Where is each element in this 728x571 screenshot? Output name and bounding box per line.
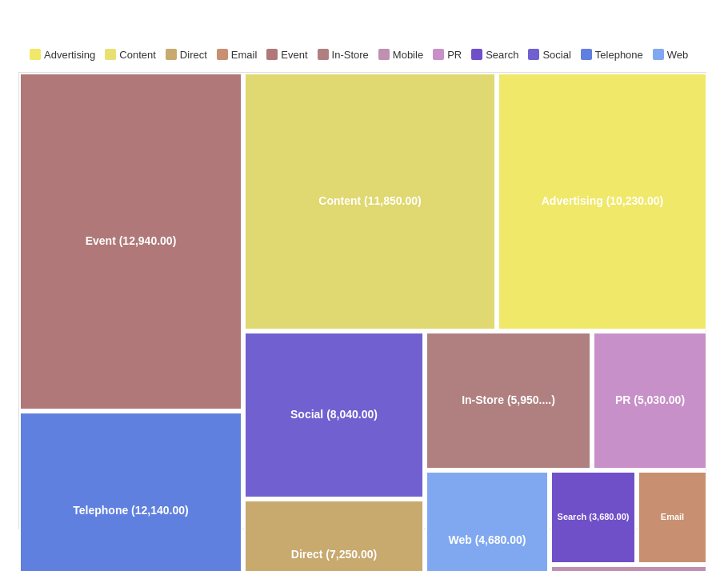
- treemap-tile: Direct (7,250.00): [244, 500, 424, 572]
- treemap-tile: Content (11,850.00): [244, 73, 496, 330]
- legend-item: PR: [433, 49, 462, 61]
- legend-item-label: Direct: [180, 49, 207, 61]
- treemap-tile: Telephone (12,140.00): [19, 412, 242, 572]
- legend-swatch: [217, 49, 228, 60]
- legend-item: Search: [471, 49, 518, 61]
- legend-swatch: [581, 49, 592, 60]
- legend-swatch: [30, 49, 41, 60]
- legend-item: Email: [217, 49, 258, 61]
- legend-item: Mobile: [378, 49, 423, 61]
- legend-item-label: PR: [447, 49, 462, 61]
- treemap-tile: Event (12,940.00): [19, 73, 242, 410]
- legend-item: Advertising: [30, 49, 95, 61]
- legend-swatch: [471, 49, 482, 60]
- treemap-tile: Advertising (10,230.00): [498, 73, 707, 330]
- legend-item-label: Content: [119, 49, 156, 61]
- legend: AdvertisingContentDirectEmailEventIn-Sto…: [18, 49, 710, 61]
- treemap-tile: Social (8,040.00): [244, 332, 424, 498]
- legend-swatch: [105, 49, 116, 60]
- legend-item-label: Mobile: [393, 49, 423, 61]
- legend-swatch: [378, 49, 390, 60]
- treemap-tile: Web (4,680.00): [426, 471, 549, 572]
- legend-item: Direct: [166, 49, 207, 61]
- legend-item: Telephone: [581, 49, 643, 61]
- legend-swatch: [433, 49, 444, 60]
- legend-item: Event: [266, 49, 307, 61]
- legend-swatch: [166, 49, 177, 60]
- treemap-tile: Search (3,680.00): [550, 471, 636, 564]
- treemap-tile: Email: [638, 471, 707, 564]
- legend-item: Content: [105, 49, 156, 61]
- chart-container: AdvertisingContentDirectEmailEventIn-Sto…: [12, 36, 716, 536]
- legend-swatch: [528, 49, 539, 60]
- treemap: Event (12,940.00)Content (11,850.00)Adve…: [18, 72, 706, 529]
- legend-item: Web: [653, 49, 689, 61]
- treemap-tile: PR (5,030.00): [593, 332, 707, 469]
- legend-swatch: [266, 49, 278, 60]
- legend-item-label: Event: [281, 49, 307, 61]
- legend-item-label: Advertising: [44, 49, 95, 61]
- legend-item-label: Email: [231, 49, 258, 61]
- treemap-tile: In-Store (5,950....): [426, 332, 591, 469]
- legend-item-label: Search: [486, 49, 518, 61]
- legend-item: Social: [528, 49, 570, 61]
- legend-item-label: In-Store: [332, 49, 369, 61]
- legend-item-label: Web: [667, 49, 689, 61]
- legend-swatch: [653, 49, 664, 60]
- legend-item: In-Store: [318, 49, 369, 61]
- treemap-tile: Mobile (1,560.00): [550, 565, 707, 572]
- legend-item-label: Telephone: [595, 49, 643, 61]
- legend-item-label: Social: [542, 49, 570, 61]
- legend-swatch: [318, 49, 329, 60]
